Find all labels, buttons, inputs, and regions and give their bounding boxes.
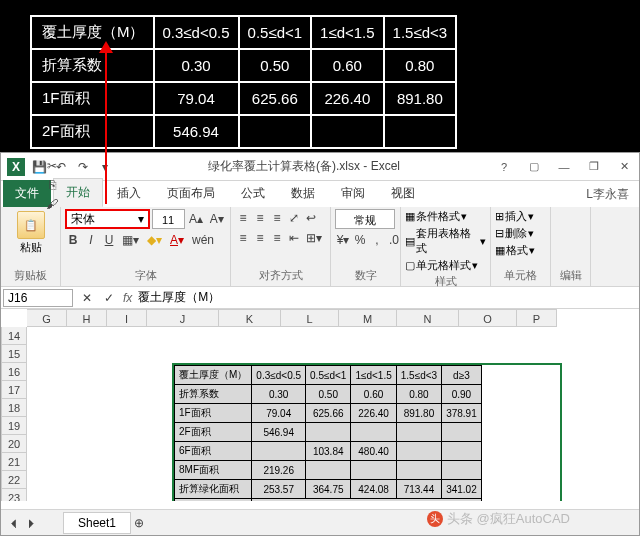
copy-icon[interactable]: ⎘ [43, 176, 61, 194]
wrap-icon[interactable]: ↩ [303, 209, 319, 227]
orient-icon[interactable]: ⤢ [286, 209, 302, 227]
col-header[interactable]: J [147, 309, 219, 327]
cond-icon: ▦ [405, 210, 415, 223]
tab-view[interactable]: 视图 [379, 180, 427, 207]
minimize-button[interactable]: — [549, 156, 579, 178]
font-size[interactable]: 11 [152, 209, 185, 229]
format-cells[interactable]: ▦格式▾ [495, 243, 546, 258]
fx-icon[interactable]: fx [123, 291, 132, 305]
row-header[interactable]: 17 [1, 381, 27, 399]
inc-dec-icon[interactable]: .0 [386, 231, 402, 249]
annotation-arrow [105, 44, 107, 204]
row-header[interactable]: 22 [1, 471, 27, 489]
cad-h0: 覆土厚度（M） [31, 16, 154, 49]
delete-cells[interactable]: ⊟删除▾ [495, 226, 546, 241]
user-label[interactable]: L李永喜 [576, 182, 639, 207]
cond-format[interactable]: ▦条件格式▾ [405, 209, 486, 224]
cad-h3: 1≤d<1.5 [311, 16, 384, 49]
col-header[interactable]: G [27, 309, 67, 327]
merge-icon[interactable]: ⊞▾ [303, 229, 325, 247]
row-header[interactable]: 15 [1, 345, 27, 363]
tab-data[interactable]: 数据 [279, 180, 327, 207]
border-icon[interactable]: ▦▾ [119, 231, 142, 249]
cell-icon: ▢ [405, 259, 415, 272]
watermark: 头 头条 @疯狂AutoCAD [427, 510, 570, 528]
col-header[interactable]: N [397, 309, 459, 327]
table-format[interactable]: ▤套用表格格式▾ [405, 226, 486, 256]
format-painter-icon[interactable]: 🖌 [43, 195, 61, 213]
col-header[interactable]: P [517, 309, 557, 327]
col-header[interactable]: I [107, 309, 147, 327]
fill-color-icon[interactable]: ◆▾ [144, 231, 165, 249]
align-center-icon[interactable]: ≡ [252, 229, 268, 247]
close-button[interactable]: ✕ [609, 156, 639, 178]
grow-font-icon[interactable]: A▴ [187, 210, 206, 228]
cad-table: 覆土厚度（M） 0.3≤d<0.5 0.5≤d<1 1≤d<1.5 1.5≤d<… [30, 15, 457, 149]
watermark-logo-icon: 头 [427, 511, 443, 527]
sheet-nav-last-icon[interactable]: ⏵ [23, 514, 41, 532]
grid[interactable]: GHIJKLMNOP 1415161718192021222324 覆土厚度（M… [1, 309, 639, 501]
window-title: 绿化率覆土计算表格(备).xlsx - Excel [119, 158, 489, 175]
cad-h1: 0.3≤d<0.5 [154, 16, 239, 49]
restore-button[interactable]: ❐ [579, 156, 609, 178]
ribbon: 📋 粘贴 ✂ ⎘ 🖌 剪贴板 宋体▾ 11 A▴ [1, 207, 639, 287]
phonetic-icon[interactable]: wén [189, 231, 217, 249]
italic-button[interactable]: I [83, 231, 99, 249]
row-header[interactable]: 18 [1, 399, 27, 417]
tab-insert[interactable]: 插入 [105, 180, 153, 207]
insert-cells[interactable]: ⊞插入▾ [495, 209, 546, 224]
row-header[interactable]: 20 [1, 435, 27, 453]
indent-dec-icon[interactable]: ⇤ [286, 229, 302, 247]
font-select[interactable]: 宋体▾ [65, 209, 150, 229]
add-sheet-icon[interactable]: ⊕ [131, 514, 147, 532]
tab-review[interactable]: 审阅 [329, 180, 377, 207]
tab-layout[interactable]: 页面布局 [155, 180, 227, 207]
row-header[interactable]: 14 [1, 327, 27, 345]
formula-bar[interactable]: 覆土厚度（M） [138, 289, 220, 306]
row-header[interactable]: 16 [1, 363, 27, 381]
row-header[interactable]: 23 [1, 489, 27, 501]
paste-icon: 📋 [17, 211, 45, 239]
col-header[interactable]: K [219, 309, 281, 327]
col-header[interactable]: L [281, 309, 339, 327]
excel-icon: X [7, 158, 25, 176]
cancel-fx-icon[interactable]: ✕ [79, 289, 95, 307]
font-color-icon[interactable]: A▾ [167, 231, 187, 249]
align-top-icon[interactable]: ≡ [235, 209, 251, 227]
redo-icon[interactable]: ↷ [75, 159, 91, 175]
align-left-icon[interactable]: ≡ [235, 229, 251, 247]
percent-icon[interactable]: % [352, 231, 368, 249]
currency-icon[interactable]: ¥▾ [335, 231, 351, 249]
excel-window: X 💾 ↶ ↷ ▾ 绿化率覆土计算表格(备).xlsx - Excel ? ▢ … [0, 152, 640, 536]
titlebar: X 💾 ↶ ↷ ▾ 绿化率覆土计算表格(备).xlsx - Excel ? ▢ … [1, 153, 639, 181]
col-header[interactable]: M [339, 309, 397, 327]
table-icon: ▤ [405, 235, 415, 248]
align-bot-icon[interactable]: ≡ [269, 209, 285, 227]
ribbon-tabs: 文件 开始 插入 页面布局 公式 数据 审阅 视图 L李永喜 [1, 181, 639, 207]
col-header[interactable]: O [459, 309, 517, 327]
cad-h4: 1.5≤d<3 [384, 16, 457, 49]
tab-formulas[interactable]: 公式 [229, 180, 277, 207]
enter-fx-icon[interactable]: ✓ [101, 289, 117, 307]
align-right-icon[interactable]: ≡ [269, 229, 285, 247]
number-format[interactable]: 常规 [335, 209, 395, 229]
col-header[interactable]: H [67, 309, 107, 327]
cut-icon[interactable]: ✂ [43, 157, 61, 175]
underline-button[interactable]: U [101, 231, 117, 249]
row-header[interactable]: 21 [1, 453, 27, 471]
cell-style[interactable]: ▢单元格样式▾ [405, 258, 486, 273]
ribbon-toggle-icon[interactable]: ▢ [519, 156, 549, 178]
comma-icon[interactable]: , [369, 231, 385, 249]
shrink-font-icon[interactable]: A▾ [207, 210, 226, 228]
cad-h2: 0.5≤d<1 [239, 16, 312, 49]
sheet-tab[interactable]: Sheet1 [63, 512, 131, 534]
paste-button[interactable]: 📋 粘贴 [5, 209, 56, 257]
namebox[interactable] [3, 289, 73, 307]
align-mid-icon[interactable]: ≡ [252, 209, 268, 227]
row-header[interactable]: 19 [1, 417, 27, 435]
bold-button[interactable]: B [65, 231, 81, 249]
sheet-nav-first-icon[interactable]: ⏴ [5, 514, 23, 532]
help-icon[interactable]: ? [489, 156, 519, 178]
